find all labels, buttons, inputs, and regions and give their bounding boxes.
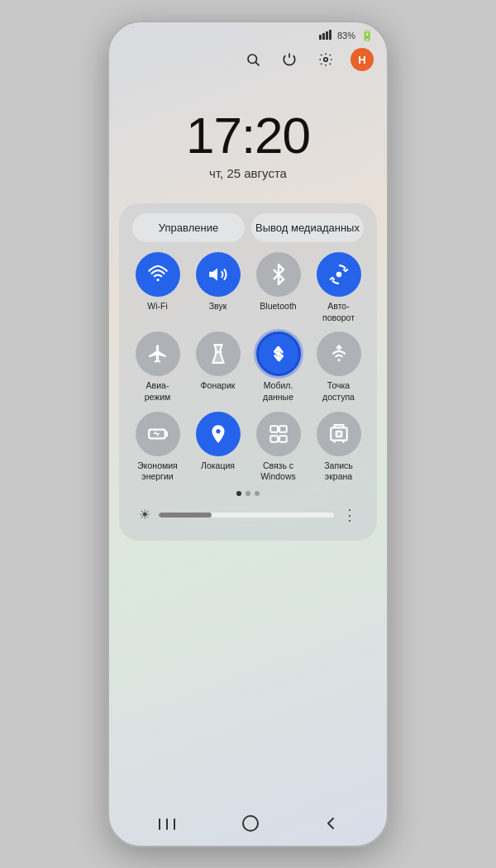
wifi-icon [136,252,180,297]
battery-indicator: 83% [337,31,355,41]
tile-battery-saver[interactable]: Экономияэнергии [131,412,184,483]
tile-autorotate[interactable]: Авто-поворот [312,252,365,323]
status-bar: 83% 🔋 [109,22,387,45]
brightness-track[interactable] [159,513,334,517]
tile-airplane[interactable]: Авиа-режим [131,331,184,403]
location-label: Локация [201,460,235,472]
hotspot-label: Точкадоступа [322,380,355,403]
svg-marker-10 [212,345,223,363]
dot-1 [236,491,241,496]
clock-area: 17:20 чт, 25 августа [109,81,387,197]
clock-date: чт, 25 августа [109,166,387,180]
mobiledata-label: Мобил.данные [263,380,293,403]
svg-point-14 [337,359,340,361]
autorotate-icon [317,252,361,297]
brightness-icon: ☀ [139,507,150,522]
svg-rect-3 [329,30,331,40]
svg-rect-20 [279,436,287,442]
screenrecord-label: Записьэкрана [324,460,352,483]
tile-hotspot[interactable]: Точкадоступа [312,331,365,403]
bluetooth-label: Bluetooth [260,301,296,312]
tile-sound[interactable]: Звук [191,252,245,323]
svg-point-4 [248,55,257,64]
power-icon[interactable] [278,48,301,71]
svg-point-28 [243,816,258,831]
svg-rect-1 [322,33,325,40]
user-avatar[interactable]: H [351,48,374,71]
bluetooth-icon [256,252,301,297]
brightness-row: ☀ ⋮ [126,499,370,527]
phone-frame: 83% 🔋 H 17:20 чт, 25 августа [107,21,389,847]
clock-time: 17:20 [109,106,387,165]
signal-icon [319,30,332,41]
airplane-label: Авиа-режим [145,380,171,403]
tile-windows[interactable]: Связь сWindows [251,412,305,483]
svg-rect-18 [279,426,287,432]
screenrecord-icon [317,412,361,456]
bottom-nav [109,804,387,846]
svg-point-7 [156,279,159,281]
tile-flashlight[interactable]: Фонарик [191,331,245,403]
location-icon [196,412,241,456]
flashlight-icon [196,331,241,376]
wifi-label: Wi-Fi [147,301,168,312]
autorotate-label: Авто-поворот [322,301,355,323]
dot-2 [246,491,250,496]
sound-label: Звук [209,301,227,312]
svg-marker-8 [209,268,217,280]
tile-bluetooth[interactable]: Bluetooth [251,252,305,323]
svg-rect-0 [319,35,322,40]
brightness-more-icon[interactable]: ⋮ [342,506,357,524]
back-button[interactable] [308,808,355,842]
svg-point-9 [336,272,341,278]
airplane-icon [136,331,180,376]
hotspot-icon [317,331,361,376]
recents-button[interactable] [141,809,193,842]
svg-line-5 [255,62,259,65]
battery-icon: 🔋 [360,29,374,41]
manage-button[interactable]: Управление [132,213,245,242]
brightness-fill [159,513,212,517]
svg-rect-17 [270,426,278,432]
quick-panel: Управление Вывод медиаданных Wi-Fi [119,203,377,541]
mobiledata-icon [256,331,301,376]
page-dots [126,483,370,499]
windows-label: Связь сWindows [260,460,296,483]
tile-wifi[interactable]: Wi-Fi [131,252,184,323]
home-button[interactable] [225,808,276,843]
tile-location[interactable]: Локация [191,412,245,483]
svg-point-6 [324,58,328,62]
svg-rect-2 [326,31,328,40]
top-actions-bar: H [109,45,387,81]
dot-3 [255,491,260,496]
battery-saver-label: Экономияэнергии [137,460,178,483]
quick-tiles-grid: Wi-Fi Звук Bluetooth [126,252,370,483]
quick-panel-top-buttons: Управление Вывод медиаданных [126,213,370,252]
tile-screenrecord[interactable]: Записьэкрана [312,412,365,483]
media-output-button[interactable]: Вывод медиаданных [251,213,364,242]
sound-icon [196,252,241,297]
flashlight-label: Фонарик [201,380,236,392]
battery-saver-icon [136,412,180,456]
settings-icon[interactable] [314,48,337,71]
svg-rect-24 [336,431,341,436]
svg-rect-19 [270,436,278,442]
windows-icon [256,412,301,456]
tile-mobiledata[interactable]: Мобил.данные [251,331,305,403]
search-icon[interactable] [241,48,265,71]
